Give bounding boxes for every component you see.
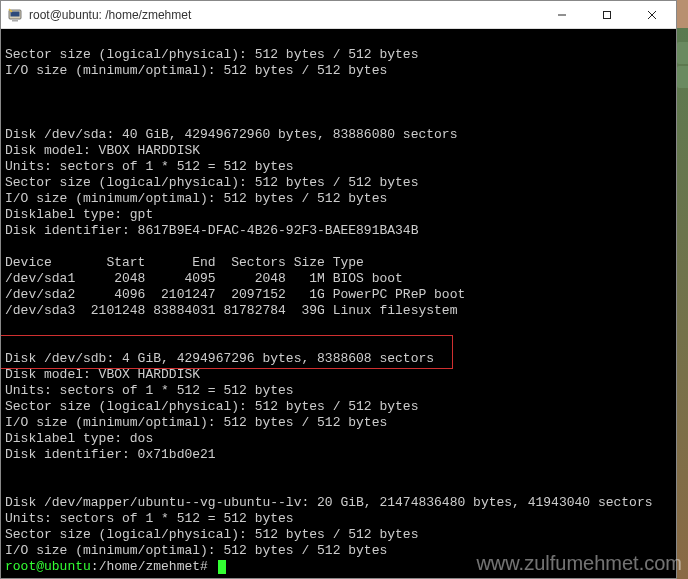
- output-line: Disk /dev/mapper/ubuntu--vg-ubuntu--lv: …: [5, 495, 653, 510]
- svg-rect-1: [11, 11, 20, 16]
- window-controls: [539, 1, 674, 28]
- output-line: I/O size (minimum/optimal): 512 bytes / …: [5, 63, 387, 78]
- output-line: I/O size (minimum/optimal): 512 bytes / …: [5, 543, 387, 558]
- desktop-background-edge: [677, 28, 688, 579]
- svg-rect-2: [12, 20, 18, 22]
- putty-icon: [7, 7, 23, 23]
- prompt-line[interactable]: root@ubuntu:/home/zmehmet#: [5, 559, 226, 574]
- output-line: Sector size (logical/physical): 512 byte…: [5, 399, 418, 414]
- window-title: root@ubuntu: /home/zmehmet: [29, 8, 539, 22]
- output-line: Sector size (logical/physical): 512 byte…: [5, 175, 418, 190]
- output-line: /dev/sda2 4096 2101247 2097152 1G PowerP…: [5, 287, 465, 302]
- output-line: Disklabel type: dos: [5, 431, 153, 446]
- output-line: Disklabel type: gpt: [5, 207, 153, 222]
- output-line: Units: sectors of 1 * 512 = 512 bytes: [5, 511, 294, 526]
- terminal-window: root@ubuntu: /home/zmehmet Sector size (…: [0, 0, 677, 579]
- output-line: Disk identifier: 8617B9E4-DFAC-4B26-92F3…: [5, 223, 418, 238]
- output-line: Disk model: VBOX HARDDISK: [5, 143, 200, 158]
- output-line: Disk identifier: 0x71bd0e21: [5, 447, 216, 462]
- maximize-button[interactable]: [584, 1, 629, 28]
- output-line: I/O size (minimum/optimal): 512 bytes / …: [5, 415, 387, 430]
- minimize-button[interactable]: [539, 1, 584, 28]
- prompt-user-host: root@ubuntu: [5, 559, 91, 574]
- output-line: Sector size (logical/physical): 512 byte…: [5, 47, 418, 62]
- output-line: Disk /dev/sda: 40 GiB, 42949672960 bytes…: [5, 127, 457, 142]
- titlebar[interactable]: root@ubuntu: /home/zmehmet: [1, 1, 676, 29]
- edge-decoration: [677, 66, 688, 88]
- edge-decoration: [677, 42, 688, 64]
- output-line: Device Start End Sectors Size Type: [5, 255, 364, 270]
- output-line: Disk /dev/sdb: 4 GiB, 4294967296 bytes, …: [5, 351, 434, 366]
- cursor-block: [218, 560, 226, 574]
- output-line: Units: sectors of 1 * 512 = 512 bytes: [5, 159, 294, 174]
- prompt-symbol: #: [200, 559, 208, 574]
- output-line: /dev/sda1 2048 4095 2048 1M BIOS boot: [5, 271, 403, 286]
- output-line: Units: sectors of 1 * 512 = 512 bytes: [5, 383, 294, 398]
- terminal-output[interactable]: Sector size (logical/physical): 512 byte…: [1, 29, 676, 578]
- output-line: Sector size (logical/physical): 512 byte…: [5, 527, 418, 542]
- close-button[interactable]: [629, 1, 674, 28]
- output-line: Disk model: VBOX HARDDISK: [5, 367, 200, 382]
- output-line: I/O size (minimum/optimal): 512 bytes / …: [5, 191, 387, 206]
- svg-rect-5: [603, 11, 610, 18]
- output-line: /dev/sda3 2101248 83884031 81782784 39G …: [5, 303, 457, 318]
- prompt-path: /home/zmehmet: [99, 559, 200, 574]
